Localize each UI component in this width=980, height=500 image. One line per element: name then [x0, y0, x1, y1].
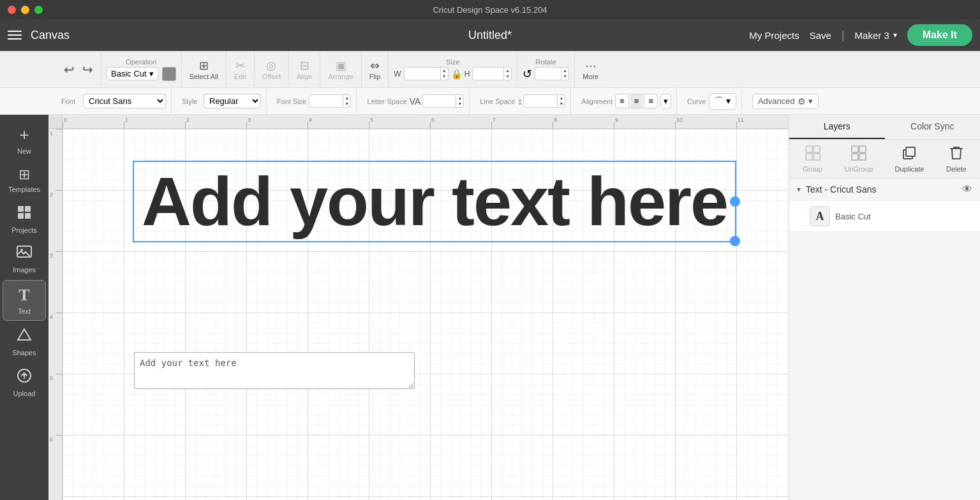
text-icon: T	[19, 286, 29, 305]
close-button[interactable]	[8, 6, 16, 14]
sidebar-item-projects[interactable]: Projects	[3, 200, 46, 239]
letter-space-input[interactable]: 0	[422, 95, 456, 107]
edit-group: ✂ Edit	[226, 51, 255, 87]
save-button[interactable]: Save	[810, 30, 831, 41]
chevron-down-icon: ▾	[149, 69, 154, 78]
canvas-area[interactable]: // Will be populated by JS below 0123456…	[48, 115, 789, 500]
style-select[interactable]: Regular	[204, 94, 261, 108]
layer-group-label: Text - Cricut Sans	[806, 184, 876, 195]
line-space-up-button[interactable]: ▲	[559, 96, 563, 101]
letter-space-input-group: 0 ▲ ▼	[422, 94, 464, 108]
width-up-button[interactable]: ▲	[442, 68, 447, 73]
svg-rect-0	[18, 206, 24, 212]
curve-label: Curve	[687, 98, 706, 105]
letter-space-down-button[interactable]: ▼	[457, 101, 462, 107]
layer-group-header[interactable]: ▾ Text - Cricut Sans 👁	[789, 179, 980, 200]
layer-item[interactable]: A Basic Cut	[789, 200, 980, 232]
maker-selector[interactable]: Maker 3 ▾	[855, 30, 897, 41]
duplicate-action[interactable]: Duplicate	[895, 145, 924, 173]
font-select[interactable]: Cricut Sans	[83, 94, 166, 108]
sidebar-item-text[interactable]: T Text	[3, 280, 46, 321]
svg-rect-7	[806, 146, 812, 152]
redo-button[interactable]: ↪	[80, 61, 96, 78]
canvas-text-display: Add your text here	[142, 167, 727, 236]
canvas-text-input-field[interactable]: Add your text here	[135, 353, 414, 388]
svg-rect-2	[18, 213, 24, 219]
rotate-down-button[interactable]: ▼	[563, 74, 567, 79]
tab-layers[interactable]: Layers	[789, 115, 885, 139]
flip-button[interactable]: ⇔ Flip	[367, 57, 383, 82]
curve-button[interactable]: ⌒ ▾	[709, 93, 736, 110]
sidebar-item-label: Shapes	[12, 349, 36, 357]
sidebar-item-upload[interactable]: Upload	[3, 363, 46, 402]
width-down-button[interactable]: ▼	[442, 74, 447, 79]
panel-tabs: Layers Color Sync	[789, 115, 980, 140]
alignment-dropdown-button[interactable]: ▾	[660, 94, 671, 108]
layer-group: ▾ Text - Cricut Sans 👁 A Basic Cut	[789, 179, 980, 232]
svg-rect-16	[906, 147, 915, 156]
duplicate-icon	[901, 145, 917, 163]
more-button[interactable]: ⋯ More	[580, 57, 601, 82]
design-canvas[interactable]: Add your text here Add your text here	[63, 129, 789, 500]
width-input[interactable]: 10.289	[405, 68, 440, 80]
svg-rect-9	[806, 154, 812, 160]
maximize-button[interactable]	[34, 6, 43, 14]
new-icon: +	[19, 125, 29, 145]
line-space-down-button[interactable]: ▼	[559, 101, 563, 107]
sidebar-item-images[interactable]: Images	[3, 240, 46, 279]
align-left-button[interactable]: ≡	[615, 94, 629, 108]
letter-space-icon: VA	[410, 96, 421, 107]
width-input-group: 10.289 ▲ ▼	[404, 67, 449, 80]
arrange-group: ▣ Arrange	[320, 51, 361, 87]
resize-handle[interactable]	[730, 236, 740, 246]
images-icon	[17, 246, 32, 263]
operation-dropdown[interactable]: Basic Cut ▾	[107, 67, 158, 80]
color-swatch[interactable]	[162, 67, 176, 81]
line-space-input[interactable]: 1	[524, 95, 557, 107]
minimize-button[interactable]	[21, 6, 29, 14]
select-all-button[interactable]: ⊞ Select All	[187, 57, 221, 82]
height-up-button[interactable]: ▲	[505, 68, 510, 73]
canvas-text-input-box[interactable]: Add your text here	[134, 352, 415, 389]
curve-group: Curve ⌒ ▾	[682, 88, 742, 114]
offset-button[interactable]: ◎ Offset	[260, 57, 283, 82]
sidebar-item-templates[interactable]: ⊞ Templates	[3, 161, 46, 198]
tab-color-sync[interactable]: Color Sync	[885, 115, 981, 139]
rotate-up-button[interactable]: ▲	[563, 68, 567, 73]
sidebar-item-shapes[interactable]: Shapes	[3, 322, 46, 362]
sidebar-item-new[interactable]: + New	[3, 120, 46, 160]
svg-rect-13	[852, 154, 858, 160]
line-space-icon: ↕	[517, 96, 522, 107]
height-down-button[interactable]: ▼	[505, 74, 510, 79]
font-size-input[interactable]: 72	[309, 95, 343, 107]
height-input[interactable]: 1.296	[473, 68, 503, 80]
align-center-button[interactable]: ≡	[630, 94, 643, 108]
font-size-up-button[interactable]: ▲	[345, 96, 349, 101]
select-all-group: ⊞ Select All	[182, 51, 226, 87]
chevron-down-icon: ▾	[808, 96, 813, 106]
line-space-group: Line Space ↕ 1 ▲ ▼	[475, 88, 571, 114]
align-button[interactable]: ⊟ Align	[294, 57, 315, 82]
hamburger-button[interactable]	[8, 31, 22, 40]
canvas-text-element[interactable]: Add your text here	[133, 161, 736, 242]
rotate-input[interactable]: 0	[535, 68, 561, 80]
svg-rect-8	[813, 146, 820, 152]
arrange-button[interactable]: ▣ Arrange	[325, 57, 355, 82]
undo-button[interactable]: ↩	[61, 61, 77, 78]
chevron-down-icon: ▾	[893, 31, 897, 40]
size-label: Size	[446, 58, 459, 66]
delete-action[interactable]: Delete	[946, 145, 967, 173]
group-action[interactable]: Group	[803, 145, 822, 173]
advanced-button[interactable]: Advanced ⚙ ▾	[752, 94, 819, 109]
letter-space-up-button[interactable]: ▲	[457, 96, 462, 101]
align-right-button[interactable]: ≡	[644, 94, 658, 108]
font-size-down-button[interactable]: ▼	[345, 101, 349, 107]
rotate-handle[interactable]	[730, 196, 740, 207]
ungroup-action[interactable]: UnGroup	[844, 145, 873, 173]
layer-visibility-button[interactable]: 👁	[962, 184, 972, 195]
my-projects-button[interactable]: My Projects	[749, 30, 799, 41]
make-it-button[interactable]: Make It	[907, 24, 972, 46]
more-group: ⋯ More	[575, 51, 606, 87]
edit-button[interactable]: ✂ Edit	[232, 57, 249, 82]
doc-title: Untitled*	[468, 29, 512, 42]
